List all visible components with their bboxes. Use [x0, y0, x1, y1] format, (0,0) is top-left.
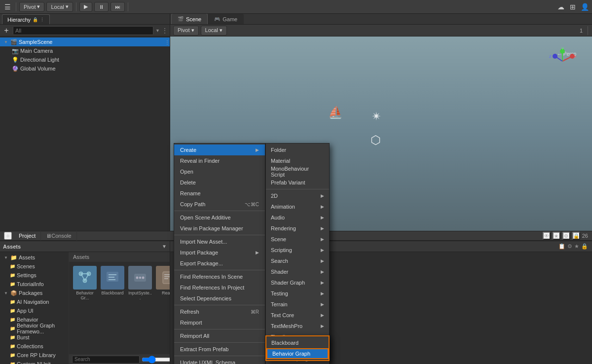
ctx-export-pkg-label: Export Package... [180, 260, 223, 266]
ctx-delete[interactable]: Delete [174, 177, 265, 188]
create-scene-label: Scene [271, 236, 286, 242]
create-material-label: Material [271, 158, 290, 164]
ctx-extract-label: Extract From Prefab [180, 346, 228, 352]
ctx-rename-label: Rename [180, 190, 201, 196]
ctx-sep-3 [174, 270, 265, 270]
create-audio-arrow: ▶ [321, 215, 324, 220]
create-shader-arrow: ▶ [321, 269, 324, 274]
ctx-create[interactable]: Create ▶ [174, 145, 265, 155]
ctx-reimport[interactable]: Reimport [174, 317, 265, 328]
ctx-sep-2 [174, 235, 265, 235]
ctx-reimport-label: Reimport [180, 320, 202, 326]
create-prefab-label: Prefab Variant [271, 180, 305, 185]
ctx-rename[interactable]: Rename [174, 188, 265, 199]
ctx-select-deps-label: Select Dependencies [180, 295, 231, 301]
create-2d-arrow: ▶ [321, 193, 324, 198]
ctx-copy-path-label: Copy Path [180, 201, 205, 207]
ctx-reimport-all-label: Reimport All [180, 333, 209, 339]
ctx-view-pkg-label: View in Package Manager [180, 225, 243, 231]
create-sep-1 [266, 189, 329, 189]
ctx-sep-7 [174, 356, 265, 356]
create-text-core[interactable]: Text Core ▶ [266, 310, 329, 321]
ctx-sep-4 [174, 305, 265, 305]
ctx-reimport-all[interactable]: Reimport All [174, 330, 265, 341]
behavior-graph-label: Behavior Graph [272, 351, 310, 357]
ctx-export-package[interactable]: Export Package... [174, 258, 265, 269]
create-shadergraph-arrow: ▶ [321, 280, 324, 285]
create-rendering[interactable]: Rendering ▶ [266, 223, 329, 234]
create-testing[interactable]: Testing ▶ [266, 288, 329, 299]
create-search[interactable]: Search ▶ [266, 255, 329, 266]
create-terrain-label: Terrain [271, 301, 288, 307]
ctx-reveal-finder[interactable]: Reveal in Finder [174, 155, 265, 166]
create-animation[interactable]: Animation ▶ [266, 201, 329, 212]
ctx-find-refs-project[interactable]: Find References In Project [174, 282, 265, 293]
ctx-refresh[interactable]: Refresh ⌘R [174, 306, 265, 317]
create-scene[interactable]: Scene ▶ [266, 234, 329, 245]
create-folder-label: Folder [271, 147, 286, 153]
create-tmp-arrow: ▶ [321, 324, 324, 328]
create-animation-label: Animation [271, 204, 295, 210]
behavior-submenu: Blackboard Behavior Graph [265, 335, 330, 361]
create-shader-label: Shader [271, 269, 288, 275]
create-textcore-arrow: ▶ [321, 313, 324, 318]
ctx-open-scene-label: Open Scene Additive [180, 215, 231, 220]
ctx-copy-path-shortcut: ⌥⌘C [245, 202, 259, 207]
ctx-import-pkg-arrow: ▶ [256, 250, 259, 255]
create-material[interactable]: Material [266, 155, 329, 166]
ctx-open-label: Open [180, 169, 193, 175]
create-search-label: Search [271, 258, 288, 264]
create-textcore-label: Text Core [271, 312, 294, 318]
ctx-reveal-label: Reveal in Finder [180, 158, 220, 164]
create-tmp-label: TextMeshPro [271, 323, 302, 329]
create-mono-label: MonoBehaviour Script [271, 166, 324, 178]
ctx-open[interactable]: Open [174, 166, 265, 177]
create-shader-graph[interactable]: Shader Graph ▶ [266, 277, 329, 288]
ctx-import-new-label: Import New Asset... [180, 239, 227, 245]
ctx-sep-6 [174, 342, 265, 343]
ctx-delete-label: Delete [180, 180, 196, 185]
ctx-refresh-shortcut: ⌘R [251, 309, 259, 315]
ctx-uxml-label: Update UXML Schema [180, 360, 235, 364]
ctx-import-pkg-label: Import Package [180, 250, 218, 255]
create-scripting[interactable]: Scripting ▶ [266, 245, 329, 255]
create-monobehaviour[interactable]: MonoBehaviour Script [266, 166, 329, 177]
blackboard-label: Blackboard [271, 340, 298, 346]
ctx-sep-5 [174, 329, 265, 329]
ctx-import-package[interactable]: Import Package ▶ [174, 247, 265, 258]
create-rendering-label: Rendering [271, 225, 296, 231]
primary-context-menu: Create ▶ Reveal in Finder Open Delete Re… [174, 143, 265, 364]
create-textmeshpro[interactable]: TextMeshPro ▶ [266, 321, 329, 331]
ctx-copy-path[interactable]: Copy Path ⌥⌘C [174, 199, 265, 210]
create-2d-label: 2D [271, 193, 278, 199]
create-shader[interactable]: Shader ▶ [266, 266, 329, 277]
create-rendering-arrow: ▶ [321, 226, 324, 231]
ctx-extract-prefab[interactable]: Extract From Prefab [174, 344, 265, 355]
ctx-create-arrow: ▶ [256, 147, 259, 152]
create-audio[interactable]: Audio ▶ [266, 212, 329, 223]
behavior-graph[interactable]: Behavior Graph [266, 348, 329, 359]
create-testing-label: Testing [271, 291, 288, 296]
ctx-select-deps[interactable]: Select Dependencies [174, 293, 265, 304]
ctx-import-new-asset[interactable]: Import New Asset... [174, 236, 265, 247]
ctx-update-uxml[interactable]: Update UXML Schema [174, 357, 265, 364]
ctx-find-project-label: Find References In Project [180, 285, 244, 291]
create-shadergraph-label: Shader Graph [271, 280, 305, 286]
ctx-find-refs-scene[interactable]: Find References In Scene [174, 271, 265, 282]
create-search-arrow: ▶ [321, 258, 324, 263]
create-terrain-arrow: ▶ [321, 302, 324, 307]
create-testing-arrow: ▶ [321, 291, 324, 296]
ctx-sep-1 [174, 211, 265, 211]
ctx-view-package-mgr[interactable]: View in Package Manager [174, 223, 265, 234]
create-folder[interactable]: Folder [266, 145, 329, 155]
ctx-find-scene-label: Find References In Scene [180, 274, 243, 280]
ctx-refresh-label: Refresh [180, 309, 199, 315]
context-menu-overlay[interactable]: Create ▶ Reveal in Finder Open Delete Re… [0, 0, 592, 364]
create-submenu: Folder Material MonoBehaviour Script Pre… [265, 143, 330, 364]
create-terrain[interactable]: Terrain ▶ [266, 299, 329, 310]
create-2d[interactable]: 2D ▶ [266, 190, 329, 201]
create-scripting-arrow: ▶ [321, 248, 324, 253]
create-prefab-variant[interactable]: Prefab Variant [266, 177, 329, 188]
ctx-open-scene-additive[interactable]: Open Scene Additive [174, 212, 265, 223]
behavior-blackboard[interactable]: Blackboard [266, 337, 329, 348]
